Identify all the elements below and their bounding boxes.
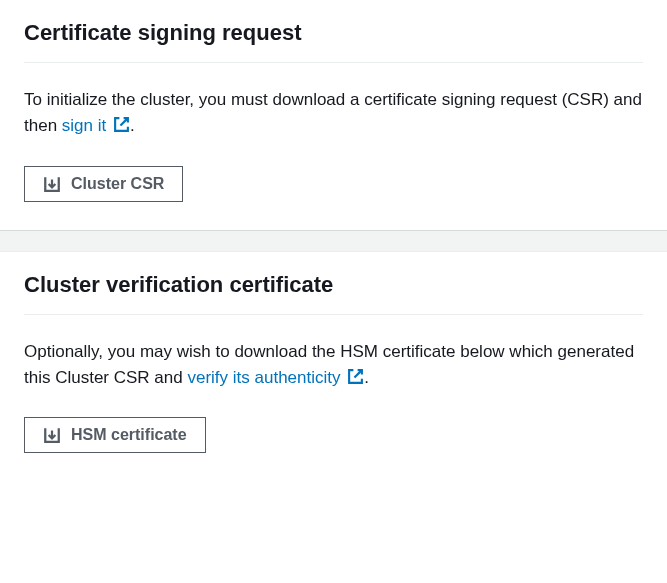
download-icon — [43, 426, 61, 444]
hsm-certificate-button-label: HSM certificate — [71, 426, 187, 444]
csr-desc-after: . — [130, 116, 135, 135]
cluster-csr-button-label: Cluster CSR — [71, 175, 164, 193]
csr-section: Certificate signing request To initializ… — [0, 0, 667, 230]
verify-authenticity-link[interactable]: verify its authenticity — [187, 368, 364, 387]
sign-it-link[interactable]: sign it — [62, 116, 130, 135]
verification-description: Optionally, you may wish to download the… — [24, 339, 643, 394]
download-icon — [43, 175, 61, 193]
csr-body: To initialize the cluster, you must down… — [24, 63, 643, 202]
csr-description: To initialize the cluster, you must down… — [24, 87, 643, 142]
hsm-certificate-button[interactable]: HSM certificate — [24, 417, 206, 453]
verification-desc-after: . — [364, 368, 369, 387]
verification-heading: Cluster verification certificate — [24, 272, 643, 314]
verify-authenticity-link-text: verify its authenticity — [187, 368, 340, 387]
external-link-icon — [347, 367, 364, 393]
csr-heading: Certificate signing request — [24, 20, 643, 62]
section-gap — [0, 230, 667, 252]
external-link-icon — [113, 115, 130, 141]
verification-section: Cluster verification certificate Optiona… — [0, 252, 667, 482]
sign-it-link-text: sign it — [62, 116, 106, 135]
verification-body: Optionally, you may wish to download the… — [24, 315, 643, 454]
cluster-csr-button[interactable]: Cluster CSR — [24, 166, 183, 202]
